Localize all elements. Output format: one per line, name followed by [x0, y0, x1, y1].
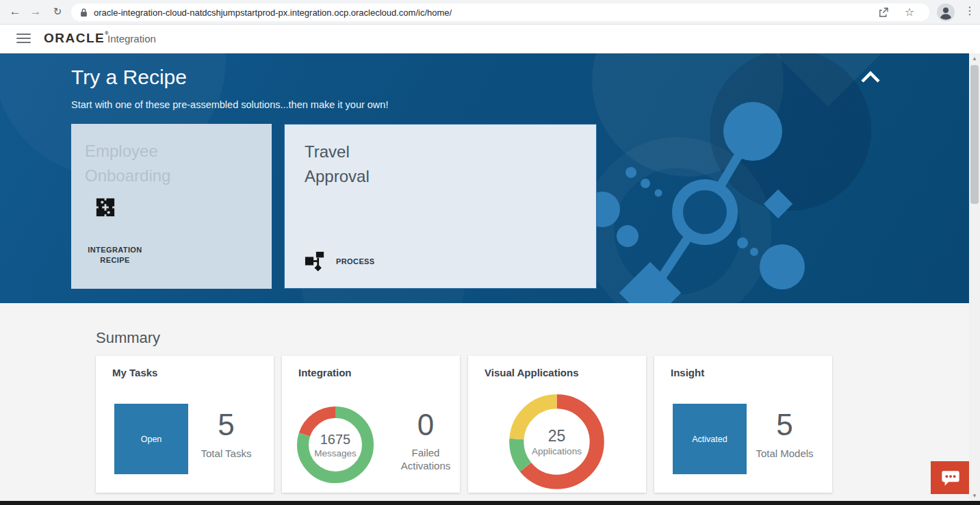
hero-subtitle: Start with one of these pre-assembled so…	[71, 99, 388, 110]
chat-button[interactable]	[931, 461, 970, 494]
summary-card-visual-applications[interactable]: Visual Applications 25 Applications	[468, 356, 646, 493]
failed-activations-value: 0	[395, 408, 456, 442]
card-title: Insight	[671, 367, 704, 378]
summary-section: Summary My Tasks Open 5 Total Tasks Inte…	[0, 303, 980, 501]
donut-center-label: 25 Applications	[508, 393, 605, 490]
bookmark-star-icon[interactable]: ☆	[903, 5, 916, 18]
summary-card-integration[interactable]: Integration 1675 Messages 0 Failed Activ…	[282, 356, 460, 493]
scroll-down-arrow[interactable]: ▼	[969, 493, 980, 499]
process-icon	[305, 251, 325, 272]
window-bottom-edge	[0, 501, 980, 505]
chat-bubble-icon	[940, 469, 961, 487]
summary-heading: Summary	[96, 329, 160, 347]
activated-models-tile[interactable]: Activated	[673, 404, 747, 474]
total-models-value: 5	[756, 408, 814, 442]
recipe-card-employee-onboarding[interactable]: EmployeeOnboarding INTEGRATION RECIPE	[71, 124, 272, 289]
oracle-logo: ORACLE®	[44, 31, 109, 46]
total-tasks-value: 5	[197, 408, 255, 442]
open-tasks-tile[interactable]: Open	[114, 404, 188, 474]
recipe-type-label: INTEGRATION RECIPE	[81, 245, 149, 266]
app-header: ORACLE® Integration ! 1 ? AT	[0, 25, 980, 53]
card-title: Visual Applications	[485, 367, 579, 378]
scroll-up-arrow[interactable]: ▲	[969, 55, 980, 62]
recipe-card-title: TravelApproval	[305, 140, 370, 189]
summary-card-my-tasks[interactable]: My Tasks Open 5 Total Tasks	[96, 356, 274, 493]
screen: ← → ↻ oracle-integration-cloud-natdcshju…	[0, 0, 980, 505]
puzzle-icon	[95, 197, 116, 218]
back-icon[interactable]: ←	[7, 5, 23, 18]
card-title: My Tasks	[112, 367, 157, 378]
lock-icon	[80, 8, 88, 17]
hero-title: Try a Recipe	[71, 66, 187, 89]
recipe-type-label: PROCESS	[336, 257, 375, 266]
summary-card-insight[interactable]: Insight Activated 5 Total Models	[654, 356, 832, 493]
collapse-chevron-up-icon[interactable]	[860, 70, 881, 85]
product-name: Integration	[107, 33, 156, 44]
hamburger-menu-icon[interactable]	[16, 34, 31, 44]
scrollbar-thumb[interactable]	[970, 65, 979, 204]
total-tasks-label: Total Tasks	[183, 448, 269, 459]
card-title: Integration	[298, 367, 352, 378]
applications-donut[interactable]: 25 Applications	[508, 393, 605, 490]
forward-icon[interactable]: →	[27, 5, 44, 18]
browser-profile-icon[interactable]	[937, 3, 955, 21]
recipe-card-travel-approval[interactable]: TravelApproval PROCESS	[284, 124, 597, 289]
hero-banner: Try a Recipe Start with one of these pre…	[0, 53, 969, 303]
url-bar[interactable]: oracle-integration-cloud-natdcshjumpstar…	[71, 3, 929, 21]
total-models-label: Total Models	[742, 448, 827, 459]
browser-menu-icon[interactable]: ⋮	[964, 4, 975, 17]
vertical-scrollbar[interactable]: ▲ ▼	[969, 53, 980, 501]
donut-center-label: 1675 Messages	[296, 406, 374, 484]
integration-messages-donut[interactable]: 1675 Messages	[296, 406, 374, 484]
recipe-card-title: EmployeeOnboarding	[85, 139, 170, 188]
browser-chrome: ← → ↻ oracle-integration-cloud-natdcshju…	[0, 0, 980, 25]
url-text: oracle-integration-cloud-natdcshjumpstar…	[94, 8, 452, 18]
share-icon[interactable]	[877, 6, 890, 18]
reload-icon[interactable]: ↻	[49, 5, 66, 18]
failed-activations-label: Failed Activations	[391, 446, 460, 472]
